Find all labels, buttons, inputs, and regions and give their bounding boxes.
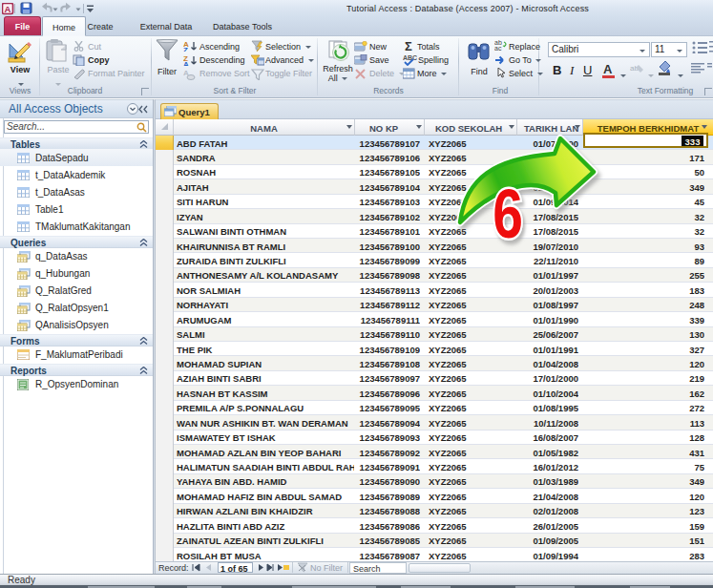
svg-text:Z: Z <box>183 46 188 52</box>
svg-text:ac: ac <box>494 45 502 51</box>
svg-text:ABC: ABC <box>403 54 417 61</box>
svg-text:6: 6 <box>493 175 523 252</box>
svg-text:A: A <box>5 4 11 14</box>
svg-text:A: A <box>183 60 189 66</box>
